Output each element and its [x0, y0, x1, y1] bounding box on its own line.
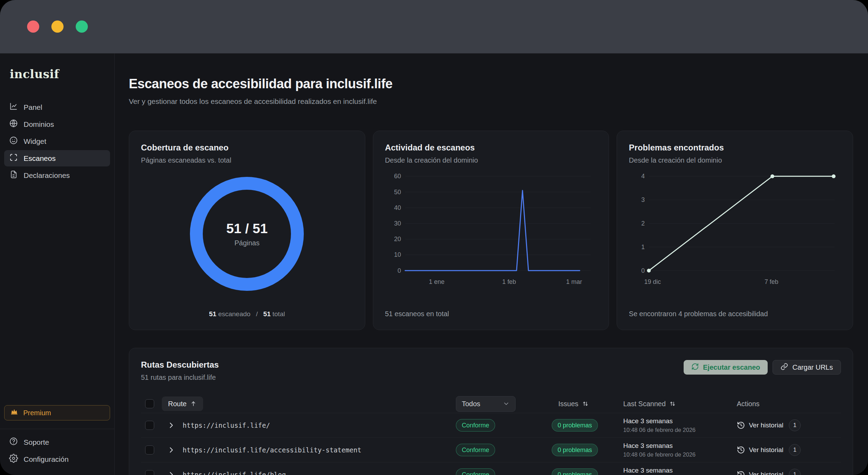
page-title: Escaneos de accesibilidad para inclusif.… [129, 76, 853, 91]
last-scanned-exact: 10:48 06 de febrero de 2026 [623, 427, 737, 433]
svg-text:19 dic: 19 dic [644, 278, 661, 285]
last-scanned-relative: Hace 3 semanas [623, 467, 737, 474]
coverage-card: Cobertura de escaneo Páginas escaneadas … [129, 131, 365, 330]
svg-text:2: 2 [641, 220, 645, 227]
close-window-button[interactable] [27, 21, 39, 33]
sidebar-item-label: Soporte [24, 438, 49, 447]
svg-text:20: 20 [394, 236, 401, 243]
zoom-window-button[interactable] [76, 21, 88, 33]
scan-count-badge[interactable]: 1 [789, 469, 801, 475]
premium-label: Premium [23, 409, 51, 417]
route-header-label: Route [168, 400, 186, 408]
refresh-icon [691, 363, 699, 372]
table-header-row: Route Todos Issues [141, 395, 841, 413]
sidebar-item-panel[interactable]: Panel [4, 99, 110, 115]
routes-title: Rutas Descubiertas [141, 360, 684, 370]
titlebar [0, 0, 868, 54]
last-scanned-relative: Hace 3 semanas [623, 442, 737, 450]
issues-header[interactable]: Issues [552, 400, 623, 408]
scan-icon [9, 153, 18, 164]
view-history-button[interactable]: Ver historial [737, 446, 783, 454]
app-logo: inclusif [0, 67, 114, 81]
last-scanned-relative: Hace 3 semanas [623, 417, 737, 425]
sidebar-item-declaraciones[interactable]: Declaraciones [4, 167, 110, 183]
load-urls-label: Cargar URLs [792, 363, 833, 371]
scan-count-badge[interactable]: 1 [789, 444, 801, 456]
last-scanned-exact: 10:48 06 de febrero de 2026 [623, 451, 737, 458]
sidebar: inclusif Panel Dominios Widget Escaneos [0, 54, 115, 475]
routes-card: Rutas Descubiertas 51 rutas para inclusi… [129, 348, 853, 475]
activity-card: Actividad de escaneos Desde la creación … [373, 131, 609, 330]
activity-footer: 51 escaneos en total [385, 310, 597, 318]
card-subtitle: Páginas escaneadas vs. total [141, 156, 353, 164]
load-urls-button[interactable]: Cargar URLs [773, 360, 841, 375]
run-scan-button[interactable]: Ejecutar escaneo [684, 360, 768, 375]
view-history-button[interactable]: Ver historial [737, 421, 783, 429]
sort-updown-icon [669, 400, 676, 407]
card-subtitle: Desde la creación del dominio [629, 156, 841, 164]
app-window: inclusif Panel Dominios Widget Escaneos [0, 0, 868, 475]
sidebar-item-dominios[interactable]: Dominios [4, 116, 110, 132]
svg-text:1 ene: 1 ene [429, 278, 444, 285]
sidebar-footer-nav: Soporte Configuración [0, 434, 114, 467]
gear-icon [9, 454, 18, 465]
premium-button[interactable]: Premium [4, 405, 110, 420]
history-icon [737, 470, 745, 475]
sidebar-item-label: Panel [24, 103, 42, 112]
issues-badge: 0 problemas [552, 419, 598, 432]
coverage-donut: 51 / 51 Páginas [190, 177, 304, 291]
sidebar-item-label: Declaraciones [24, 171, 70, 180]
globe-icon [9, 119, 18, 130]
svg-text:1 mar: 1 mar [566, 278, 582, 285]
chevron-right-icon[interactable] [167, 421, 175, 429]
chevron-right-icon[interactable] [167, 446, 175, 454]
issues-badge: 0 problemas [552, 444, 598, 456]
sidebar-item-label: Escaneos [24, 154, 56, 163]
donut-label: Páginas [234, 239, 259, 247]
status-badge: Conforme [456, 419, 495, 432]
table-row: https://inclusif.life/accessibility-stat… [141, 437, 841, 462]
svg-text:30: 30 [394, 220, 401, 227]
last-scanned-header[interactable]: Last Scanned [623, 400, 737, 408]
row-checkbox[interactable] [145, 470, 154, 475]
page-subtitle: Ver y gestionar todos los escaneos de ac… [129, 97, 853, 106]
select-all-checkbox[interactable] [145, 399, 154, 408]
svg-text:4: 4 [641, 173, 645, 180]
document-icon [9, 170, 18, 181]
card-title: Problemas encontrados [629, 143, 841, 153]
issues-card: Problemas encontrados Desde la creación … [617, 131, 853, 330]
route-sort-button[interactable]: Route [162, 396, 203, 411]
sort-up-icon [190, 400, 197, 407]
sort-updown-icon [582, 400, 589, 407]
table-row: https://inclusif.life/ Conforme 0 proble… [141, 413, 841, 437]
main-content: Escaneos de accesibilidad para inclusif.… [115, 54, 868, 475]
sidebar-divider [0, 429, 114, 429]
history-icon [737, 446, 745, 454]
line-chart-icon [9, 102, 18, 113]
status-filter-select[interactable]: Todos [456, 396, 516, 412]
route-url[interactable]: https://inclusif.life/blog [183, 471, 286, 475]
svg-text:10: 10 [394, 251, 401, 258]
chevron-right-icon[interactable] [167, 471, 175, 475]
sidebar-nav: Panel Dominios Widget Escaneos Declaraci… [0, 99, 114, 183]
sidebar-item-configuracion[interactable]: Configuración [4, 451, 110, 467]
route-url[interactable]: https://inclusif.life/accessibility-stat… [183, 446, 361, 454]
status-filter-value: Todos [462, 400, 480, 408]
activity-line-chart: 01020304050601 ene1 feb1 mar [385, 172, 597, 287]
svg-text:3: 3 [641, 196, 645, 203]
scan-count-badge[interactable]: 1 [789, 419, 801, 431]
row-checkbox[interactable] [145, 445, 154, 454]
route-url[interactable]: https://inclusif.life/ [183, 421, 270, 429]
svg-text:0: 0 [641, 267, 645, 274]
crown-icon [10, 408, 18, 418]
sidebar-item-escaneos[interactable]: Escaneos [4, 150, 110, 166]
minimize-window-button[interactable] [51, 21, 64, 33]
sidebar-item-soporte[interactable]: Soporte [4, 434, 110, 450]
view-history-button[interactable]: Ver historial [737, 470, 783, 475]
card-subtitle: Desde la creación del dominio [385, 156, 597, 164]
card-title: Cobertura de escaneo [141, 143, 353, 153]
row-checkbox[interactable] [145, 421, 154, 430]
run-scan-label: Ejecutar escaneo [703, 363, 760, 371]
routes-subtitle: 51 rutas para inclusif.life [141, 374, 684, 382]
sidebar-item-widget[interactable]: Widget [4, 133, 110, 149]
